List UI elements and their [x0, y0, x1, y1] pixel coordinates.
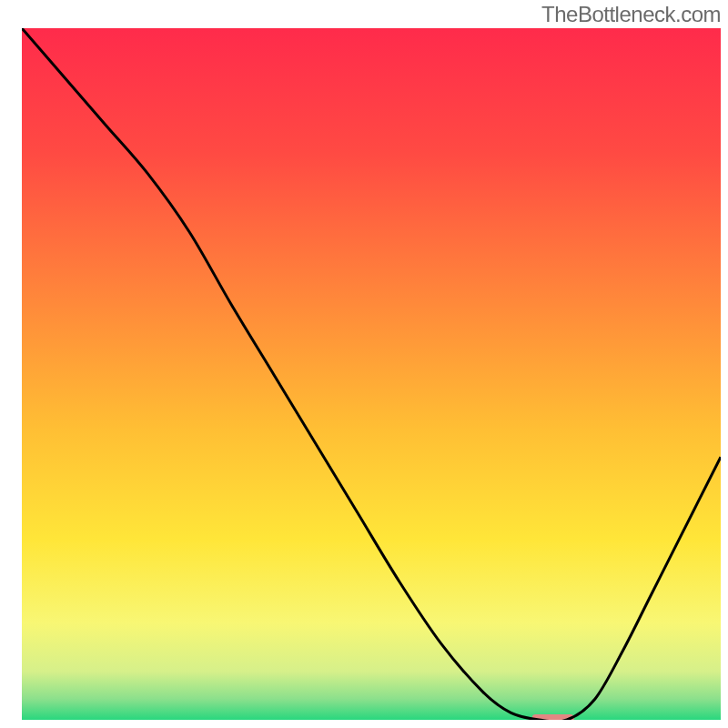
bottleneck-chart: TheBottleneck.com	[0, 0, 728, 728]
plot-background	[22, 28, 721, 720]
chart-svg	[0, 0, 728, 728]
